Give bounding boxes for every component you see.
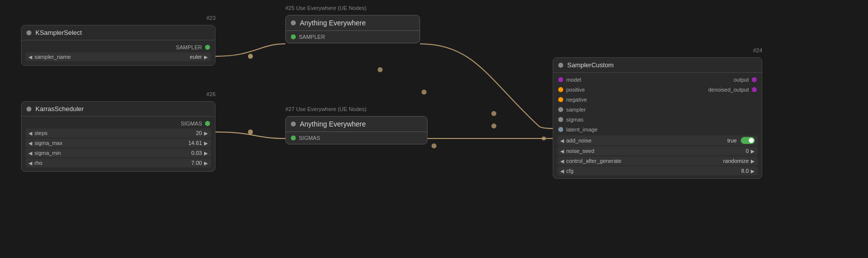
node-karras-scheduler: #26 KarrasScheduler SIGMAS ◀ steps 20 ▶ … xyxy=(21,101,216,172)
rho-value: 7.00 xyxy=(192,160,202,166)
rho-label: rho xyxy=(34,160,190,166)
node-title-27: Anything Everywhere xyxy=(300,120,366,128)
node-title: KSamplerSelect xyxy=(35,29,82,36)
steps-label: steps xyxy=(34,130,194,136)
sigma-max-value: 14.61 xyxy=(188,140,202,146)
svg-point-1 xyxy=(248,129,253,134)
steps-value: 20 xyxy=(196,130,202,136)
positive-label: positive xyxy=(566,87,585,93)
node-status-dot-27 xyxy=(291,122,296,127)
sigma-max-right-arrow[interactable]: ▶ xyxy=(204,140,208,146)
control-label: control_after_generate xyxy=(566,158,721,164)
node-ksampler-select: #23 KSamplerSelect SAMPLER ◀ sampler_nam… xyxy=(21,25,216,66)
add-noise-row[interactable]: ◀ add_noise true xyxy=(557,135,758,145)
negative-input-port[interactable] xyxy=(558,97,563,102)
add-noise-toggle[interactable] xyxy=(741,137,755,144)
node-title-24: SamplerCustom xyxy=(567,61,614,69)
sigma-max-left-arrow[interactable]: ◀ xyxy=(28,140,32,146)
node-id-23: #23 xyxy=(207,15,216,21)
sigma-min-left-arrow[interactable]: ◀ xyxy=(28,150,32,156)
noise-seed-row[interactable]: ◀ noise_seed 0 ▶ xyxy=(557,146,758,155)
node-sampler-custom: #24 SamplerCustom model output xyxy=(553,57,762,179)
sampler-name-left-arrow[interactable]: ◀ xyxy=(28,54,32,60)
sigmas-left-label: sigmas xyxy=(566,117,584,123)
noise-seed-left-arrow[interactable]: ◀ xyxy=(560,148,564,154)
sigmas-port-label: SIGMAS xyxy=(181,121,202,127)
negative-label: negative xyxy=(566,97,587,103)
output-label: output xyxy=(733,77,749,83)
sigma-min-value: 0.03 xyxy=(192,150,202,156)
sampler-name-label: sampler_name xyxy=(34,54,188,60)
sigma-max-input-row[interactable]: ◀ sigma_max 14.61 ▶ xyxy=(25,138,211,147)
svg-point-5 xyxy=(432,143,436,148)
control-right-arrow[interactable]: ▶ xyxy=(751,158,755,164)
control-value: randomize xyxy=(723,158,749,164)
cfg-label: cfg xyxy=(566,168,739,174)
model-input-port[interactable] xyxy=(558,77,563,82)
node-status-dot-26 xyxy=(26,107,31,112)
rho-right-arrow[interactable]: ▶ xyxy=(204,160,208,166)
noise-seed-label: noise_seed xyxy=(566,148,744,154)
rho-input-row[interactable]: ◀ rho 7.00 ▶ xyxy=(25,158,211,167)
node-status-dot-24 xyxy=(558,63,563,68)
rho-left-arrow[interactable]: ◀ xyxy=(28,160,32,166)
sampler-input-port-24[interactable] xyxy=(558,107,563,112)
node-status-dot-25 xyxy=(291,20,296,25)
sigma-min-input-row[interactable]: ◀ sigma_min 0.03 ▶ xyxy=(25,148,211,157)
svg-point-2 xyxy=(378,67,383,72)
sampler-name-value: euler xyxy=(190,54,202,60)
svg-point-6 xyxy=(491,124,496,129)
node-id-27: #27 Use Everywhere (UE Nodes) xyxy=(285,106,367,112)
sampler-left-label: sampler xyxy=(566,107,586,113)
cfg-right-arrow[interactable]: ▶ xyxy=(751,168,755,174)
add-noise-left-arrow[interactable]: ◀ xyxy=(560,138,564,143)
cfg-row[interactable]: ◀ cfg 8.0 ▶ xyxy=(557,166,758,175)
sigmas-output-port[interactable] xyxy=(205,121,210,126)
node-id-25: #25 Use Everywhere (UE Nodes) xyxy=(285,5,367,11)
svg-point-0 xyxy=(248,54,253,59)
model-label: model xyxy=(566,77,581,83)
steps-left-arrow[interactable]: ◀ xyxy=(28,130,32,136)
svg-point-3 xyxy=(422,90,427,95)
sigmas-input-port-27[interactable] xyxy=(291,135,296,140)
node-anything-everywhere-25: #25 Use Everywhere (UE Nodes) Anything E… xyxy=(285,15,420,43)
control-left-arrow[interactable]: ◀ xyxy=(560,158,564,164)
sigmas-input-label-27: SIGMAS xyxy=(299,135,320,141)
node-anything-everywhere-27: #27 Use Everywhere (UE Nodes) Anything E… xyxy=(285,116,428,144)
cfg-left-arrow[interactable]: ◀ xyxy=(560,168,564,174)
sampler-port-label: SAMPLER xyxy=(176,44,202,50)
positive-input-port[interactable] xyxy=(558,87,563,92)
add-noise-label: add_noise xyxy=(566,137,725,143)
sampler-input-label-25: SAMPLER xyxy=(299,34,325,40)
noise-seed-value: 0 xyxy=(746,148,749,154)
add-noise-value: true xyxy=(727,137,737,143)
sigma-min-right-arrow[interactable]: ▶ xyxy=(204,150,208,156)
sampler-output-port[interactable] xyxy=(205,45,210,50)
sampler-name-input-row[interactable]: ◀ sampler_name euler ▶ xyxy=(25,52,211,61)
denoised-output-port[interactable] xyxy=(752,87,757,92)
sampler-name-right-arrow[interactable]: ▶ xyxy=(204,54,208,60)
cfg-value: 8.0 xyxy=(741,168,749,174)
sigma-min-label: sigma_min xyxy=(34,150,190,156)
svg-point-7 xyxy=(542,136,546,140)
node-id-24: #24 xyxy=(753,47,762,53)
control-after-generate-row[interactable]: ◀ control_after_generate randomize ▶ xyxy=(557,156,758,165)
node-id-26: #26 xyxy=(207,91,216,97)
svg-point-4 xyxy=(491,111,496,116)
noise-seed-right-arrow[interactable]: ▶ xyxy=(751,148,755,154)
steps-input-row[interactable]: ◀ steps 20 ▶ xyxy=(25,129,211,137)
steps-right-arrow[interactable]: ▶ xyxy=(204,130,208,136)
output-port[interactable] xyxy=(752,77,757,82)
sigma-max-label: sigma_max xyxy=(34,140,186,146)
sigmas-input-port-24[interactable] xyxy=(558,117,563,122)
denoised-output-label: denoised_output xyxy=(708,87,749,93)
latent-image-label: latent_image xyxy=(566,127,598,132)
node-title-25: Anything Everywhere xyxy=(300,19,366,27)
sampler-input-port-25[interactable] xyxy=(291,34,296,39)
node-status-dot xyxy=(26,30,31,35)
latent-input-port[interactable] xyxy=(558,127,563,132)
node-title-26: KarrasScheduler xyxy=(35,105,84,113)
